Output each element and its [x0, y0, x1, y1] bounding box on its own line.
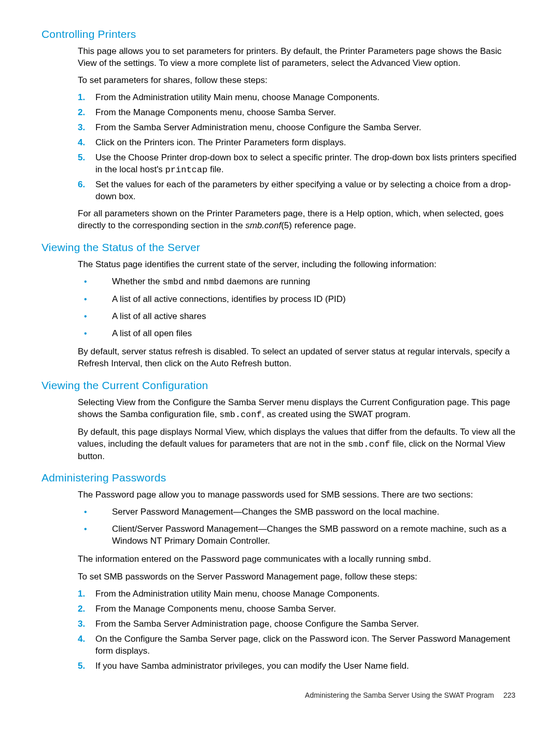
- list-item: 4Click on the Printers icon. The Printer…: [78, 137, 519, 149]
- paragraph: By default, server status refresh is dis…: [78, 346, 519, 370]
- list-item: 1From the Administration utility Main me…: [78, 92, 519, 104]
- list-item: •Client/Server Password Management—Chang…: [78, 523, 519, 547]
- bullet-text: A list of all active connections, identi…: [112, 294, 346, 306]
- bullet-text: Server Password Management—Changes the S…: [112, 506, 439, 518]
- heading-admin-passwords: Administering Passwords: [41, 472, 519, 484]
- text-run: file.: [207, 164, 223, 174]
- code-run: smb.conf: [348, 439, 390, 449]
- list-item: 2From the Manage Components menu, choose…: [78, 107, 519, 119]
- step-text: From the Administration utility Main men…: [95, 588, 380, 600]
- step-text: From the Manage Components menu, choose …: [95, 107, 336, 119]
- bullet-list: •Server Password Management—Changes the …: [78, 506, 519, 547]
- step-number: 5: [78, 660, 95, 672]
- section-body: The Status page identifies the current s…: [78, 259, 519, 370]
- step-number: 3: [78, 122, 95, 134]
- section-body: Selecting View from the Configure the Sa…: [78, 397, 519, 463]
- page-footer: Administering the Samba Server Using the…: [41, 691, 519, 699]
- section-body: The Password page allow you to manage pa…: [78, 489, 519, 672]
- bullet-icon: •: [78, 506, 112, 518]
- paragraph: The Password page allow you to manage pa…: [78, 489, 519, 501]
- paragraph: By default, this page displays Normal Vi…: [78, 426, 519, 463]
- text-run: daemons are running: [225, 277, 310, 286]
- text-run: and: [184, 277, 203, 286]
- step-text: From the Administration utility Main men…: [95, 92, 380, 104]
- step-number: 3: [78, 618, 95, 630]
- step-number: 2: [78, 107, 95, 119]
- bullet-text: Whether the smbd and nmbd daemons are ru…: [112, 276, 310, 288]
- step-text: Use the Choose Printer drop-down box to …: [95, 152, 519, 176]
- list-item: 3From the Samba Server Administration pa…: [78, 618, 519, 630]
- text-run: Use the Choose Printer drop-down box to …: [95, 153, 516, 174]
- code-run: smbd: [162, 277, 184, 287]
- page-number: 223: [503, 691, 515, 699]
- list-item: 5If you have Samba administrator privile…: [78, 660, 519, 672]
- step-text: From the Samba Server Administration men…: [95, 122, 421, 134]
- bullet-icon: •: [78, 311, 112, 323]
- list-item: • Whether the smbd and nmbd daemons are …: [78, 276, 519, 288]
- bullet-icon: •: [78, 276, 112, 288]
- paragraph: This page allows you to set parameters f…: [78, 46, 519, 70]
- list-item: 6Set the values for each of the paramete…: [78, 179, 519, 203]
- step-text: Click on the Printers icon. The Printer …: [95, 137, 346, 149]
- step-text: From the Samba Server Administration pag…: [95, 618, 419, 630]
- bullet-list: • Whether the smbd and nmbd daemons are …: [78, 276, 519, 340]
- text-run: .: [429, 554, 431, 564]
- paragraph: Selecting View from the Configure the Sa…: [78, 397, 519, 421]
- step-number: 1: [78, 588, 95, 600]
- document-page: Controlling Printers This page allows yo…: [0, 0, 560, 720]
- footer-text: Administering the Samba Server Using the…: [305, 691, 494, 699]
- code-run: printcap: [165, 165, 208, 175]
- code-run: smbd: [408, 555, 429, 564]
- ordered-list: 1From the Administration utility Main me…: [78, 92, 519, 203]
- step-number: 6: [78, 179, 95, 203]
- step-text: From the Manage Components menu, choose …: [95, 603, 336, 615]
- paragraph: To set SMB passwords on the Server Passw…: [78, 571, 519, 583]
- emphasis-run: smb.conf: [245, 220, 281, 230]
- step-number: 2: [78, 603, 95, 615]
- heading-controlling-printers: Controlling Printers: [41, 28, 519, 40]
- heading-viewing-status: Viewing the Status of the Server: [41, 241, 519, 254]
- list-item: 2From the Manage Components menu, choose…: [78, 603, 519, 615]
- section-body: This page allows you to set parameters f…: [78, 46, 519, 232]
- text-run: Whether the: [112, 277, 162, 286]
- list-item: •A list of all active shares: [78, 311, 519, 323]
- step-number: 4: [78, 137, 95, 149]
- ordered-list: 1From the Administration utility Main me…: [78, 588, 519, 672]
- code-run: nmbd: [203, 277, 225, 287]
- step-number: 4: [78, 633, 95, 657]
- heading-viewing-config: Viewing the Current Configuration: [41, 379, 519, 392]
- list-item: 4On the Configure the Samba Server page,…: [78, 633, 519, 657]
- step-number: 5: [78, 152, 95, 176]
- list-item: •A list of all active connections, ident…: [78, 294, 519, 306]
- bullet-icon: •: [78, 523, 112, 547]
- paragraph: To set parameters for shares, follow the…: [78, 75, 519, 87]
- step-number: 1: [78, 92, 95, 104]
- bullet-text: Client/Server Password Management—Change…: [112, 523, 519, 547]
- bullet-icon: •: [78, 294, 112, 306]
- step-text: On the Configure the Samba Server page, …: [95, 633, 519, 657]
- list-item: •A list of all open files: [78, 328, 519, 340]
- text-run: , as created using the SWAT program.: [262, 409, 411, 419]
- bullet-icon: •: [78, 328, 112, 340]
- text-run: The information entered on the Password …: [78, 554, 408, 564]
- list-item: 3From the Samba Server Administration me…: [78, 122, 519, 134]
- list-item: •Server Password Management—Changes the …: [78, 506, 519, 518]
- list-item: 1From the Administration utility Main me…: [78, 588, 519, 600]
- step-text: Set the values for each of the parameter…: [95, 179, 519, 203]
- bullet-text: A list of all active shares: [112, 311, 206, 323]
- list-item: 5 Use the Choose Printer drop-down box t…: [78, 152, 519, 176]
- text-run: (5) reference page.: [281, 220, 356, 230]
- bullet-text: A list of all open files: [112, 328, 192, 340]
- paragraph: For all parameters shown on the Printer …: [78, 208, 519, 232]
- code-run: smb.conf: [219, 410, 262, 420]
- paragraph: The Status page identifies the current s…: [78, 259, 519, 271]
- paragraph: The information entered on the Password …: [78, 554, 519, 566]
- step-text: If you have Samba administrator privileg…: [95, 660, 409, 672]
